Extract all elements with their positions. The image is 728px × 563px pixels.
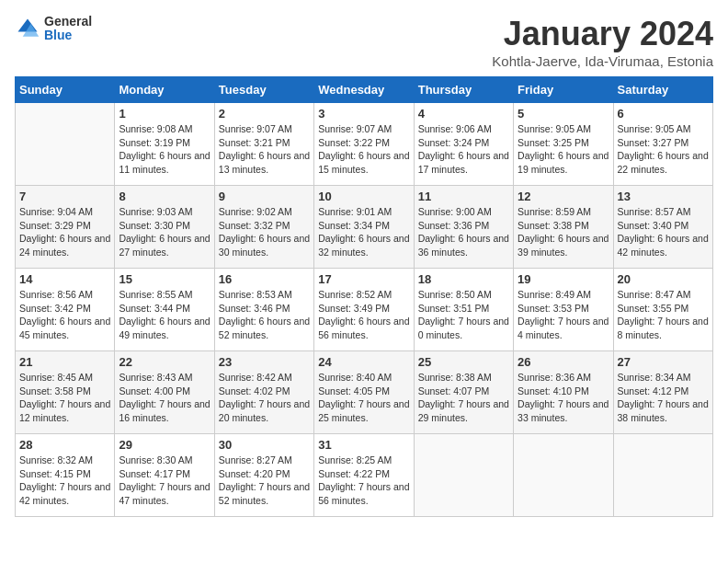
- day-info: Sunrise: 8:53 AMSunset: 3:46 PMDaylight:…: [219, 288, 310, 342]
- header-saturday: Saturday: [613, 77, 712, 103]
- day-number: 10: [318, 190, 409, 203]
- day-number: 27: [618, 355, 709, 369]
- table-row: 14Sunrise: 8:56 AMSunset: 3:42 PMDayligh…: [16, 269, 115, 351]
- day-info: Sunrise: 9:07 AMSunset: 3:21 PMDaylight:…: [219, 122, 310, 177]
- day-number: 18: [418, 272, 509, 286]
- day-info: Sunrise: 8:42 AMSunset: 4:02 PMDaylight:…: [219, 371, 310, 425]
- page-header: General Blue January 2024 Kohtla-Jaerve,…: [15, 15, 713, 69]
- day-info: Sunrise: 8:56 AMSunset: 3:42 PMDaylight:…: [19, 288, 110, 342]
- day-number: 15: [119, 272, 210, 286]
- table-row: 30Sunrise: 8:27 AMSunset: 4:20 PMDayligh…: [214, 434, 313, 517]
- day-info: Sunrise: 8:57 AMSunset: 3:40 PMDaylight:…: [618, 205, 709, 259]
- day-info: Sunrise: 9:05 AMSunset: 3:25 PMDaylight:…: [518, 122, 609, 177]
- day-number: 14: [19, 272, 110, 286]
- day-number: 1: [119, 107, 210, 121]
- day-number: 7: [19, 190, 110, 203]
- day-number: 6: [618, 107, 709, 121]
- logo-general: General: [44, 15, 92, 29]
- table-row: 20Sunrise: 8:47 AMSunset: 3:55 PMDayligh…: [613, 269, 712, 351]
- day-info: Sunrise: 8:38 AMSunset: 4:07 PMDaylight:…: [418, 371, 509, 425]
- table-row: 2Sunrise: 9:07 AMSunset: 3:21 PMDaylight…: [214, 103, 313, 186]
- calendar-week-row: 28Sunrise: 8:32 AMSunset: 4:15 PMDayligh…: [16, 434, 713, 517]
- day-info: Sunrise: 8:52 AMSunset: 3:49 PMDaylight:…: [318, 288, 409, 342]
- day-info: Sunrise: 9:00 AMSunset: 3:36 PMDaylight:…: [418, 205, 509, 259]
- day-info: Sunrise: 9:04 AMSunset: 3:29 PMDaylight:…: [19, 205, 110, 259]
- calendar-week-row: 21Sunrise: 8:45 AMSunset: 3:58 PMDayligh…: [16, 351, 713, 434]
- table-row: 6Sunrise: 9:05 AMSunset: 3:27 PMDaylight…: [613, 103, 712, 186]
- table-row: 18Sunrise: 8:50 AMSunset: 3:51 PMDayligh…: [414, 269, 513, 351]
- day-number: 2: [219, 107, 310, 121]
- header-sunday: Sunday: [16, 77, 115, 103]
- table-row: [414, 434, 513, 517]
- day-number: 9: [219, 190, 310, 203]
- day-info: Sunrise: 9:03 AMSunset: 3:30 PMDaylight:…: [119, 205, 210, 259]
- table-row: 25Sunrise: 8:38 AMSunset: 4:07 PMDayligh…: [414, 351, 513, 434]
- day-number: 19: [518, 272, 609, 286]
- day-info: Sunrise: 8:43 AMSunset: 4:00 PMDaylight:…: [119, 371, 210, 425]
- day-info: Sunrise: 9:05 AMSunset: 3:27 PMDaylight:…: [618, 122, 709, 177]
- day-number: 8: [119, 190, 210, 203]
- table-row: 31Sunrise: 8:25 AMSunset: 4:22 PMDayligh…: [314, 434, 414, 517]
- month-title: January 2024: [492, 15, 713, 53]
- title-block: January 2024 Kohtla-Jaerve, Ida-Virumaa,…: [492, 15, 713, 69]
- day-info: Sunrise: 8:32 AMSunset: 4:15 PMDaylight:…: [19, 454, 110, 508]
- table-row: 1Sunrise: 9:08 AMSunset: 3:19 PMDaylight…: [115, 103, 214, 186]
- day-number: 29: [119, 438, 210, 452]
- header-friday: Friday: [514, 77, 613, 103]
- table-row: 26Sunrise: 8:36 AMSunset: 4:10 PMDayligh…: [514, 351, 613, 434]
- day-number: 30: [219, 438, 310, 452]
- logo-icon: [15, 16, 40, 41]
- header-tuesday: Tuesday: [214, 77, 313, 103]
- day-number: 28: [19, 438, 110, 452]
- day-number: 12: [518, 190, 609, 203]
- logo-blue: Blue: [44, 29, 92, 42]
- day-info: Sunrise: 8:47 AMSunset: 3:55 PMDaylight:…: [618, 288, 709, 342]
- day-number: 17: [318, 272, 409, 286]
- table-row: 21Sunrise: 8:45 AMSunset: 3:58 PMDayligh…: [16, 351, 115, 434]
- day-info: Sunrise: 8:45 AMSunset: 3:58 PMDaylight:…: [19, 371, 110, 425]
- table-row: 27Sunrise: 8:34 AMSunset: 4:12 PMDayligh…: [613, 351, 712, 434]
- calendar-week-row: 7Sunrise: 9:04 AMSunset: 3:29 PMDaylight…: [16, 186, 713, 269]
- header-thursday: Thursday: [414, 77, 513, 103]
- day-number: 24: [318, 355, 409, 369]
- calendar: Sunday Monday Tuesday Wednesday Thursday…: [15, 76, 713, 517]
- calendar-week-row: 1Sunrise: 9:08 AMSunset: 3:19 PMDaylight…: [16, 103, 713, 186]
- day-number: 11: [418, 190, 509, 203]
- day-info: Sunrise: 9:06 AMSunset: 3:24 PMDaylight:…: [418, 122, 509, 177]
- day-number: 23: [219, 355, 310, 369]
- calendar-header-row: Sunday Monday Tuesday Wednesday Thursday…: [16, 77, 713, 103]
- table-row: 29Sunrise: 8:30 AMSunset: 4:17 PMDayligh…: [115, 434, 214, 517]
- day-info: Sunrise: 9:01 AMSunset: 3:34 PMDaylight:…: [318, 205, 409, 259]
- table-row: 24Sunrise: 8:40 AMSunset: 4:05 PMDayligh…: [314, 351, 414, 434]
- logo: General Blue: [15, 15, 92, 43]
- table-row: 22Sunrise: 8:43 AMSunset: 4:00 PMDayligh…: [115, 351, 214, 434]
- day-number: 16: [219, 272, 310, 286]
- day-info: Sunrise: 9:08 AMSunset: 3:19 PMDaylight:…: [119, 122, 210, 177]
- day-info: Sunrise: 8:36 AMSunset: 4:10 PMDaylight:…: [518, 371, 609, 425]
- day-info: Sunrise: 8:34 AMSunset: 4:12 PMDaylight:…: [618, 371, 709, 425]
- table-row: 11Sunrise: 9:00 AMSunset: 3:36 PMDayligh…: [414, 186, 513, 269]
- table-row: 4Sunrise: 9:06 AMSunset: 3:24 PMDaylight…: [414, 103, 513, 186]
- day-info: Sunrise: 8:50 AMSunset: 3:51 PMDaylight:…: [418, 288, 509, 342]
- day-number: 4: [418, 107, 509, 121]
- day-info: Sunrise: 8:49 AMSunset: 3:53 PMDaylight:…: [518, 288, 609, 342]
- header-monday: Monday: [115, 77, 214, 103]
- day-number: 20: [618, 272, 709, 286]
- day-info: Sunrise: 9:07 AMSunset: 3:22 PMDaylight:…: [318, 122, 409, 177]
- calendar-week-row: 14Sunrise: 8:56 AMSunset: 3:42 PMDayligh…: [16, 269, 713, 351]
- logo-text: General Blue: [44, 15, 92, 43]
- table-row: 12Sunrise: 8:59 AMSunset: 3:38 PMDayligh…: [514, 186, 613, 269]
- table-row: 16Sunrise: 8:53 AMSunset: 3:46 PMDayligh…: [214, 269, 313, 351]
- day-number: 13: [618, 190, 709, 203]
- day-number: 26: [518, 355, 609, 369]
- table-row: 10Sunrise: 9:01 AMSunset: 3:34 PMDayligh…: [314, 186, 414, 269]
- day-info: Sunrise: 8:27 AMSunset: 4:20 PMDaylight:…: [219, 454, 310, 508]
- table-row: 7Sunrise: 9:04 AMSunset: 3:29 PMDaylight…: [16, 186, 115, 269]
- day-number: 31: [318, 438, 409, 452]
- day-info: Sunrise: 9:02 AMSunset: 3:32 PMDaylight:…: [219, 205, 310, 259]
- table-row: [613, 434, 712, 517]
- table-row: 23Sunrise: 8:42 AMSunset: 4:02 PMDayligh…: [214, 351, 313, 434]
- table-row: 5Sunrise: 9:05 AMSunset: 3:25 PMDaylight…: [514, 103, 613, 186]
- table-row: 28Sunrise: 8:32 AMSunset: 4:15 PMDayligh…: [16, 434, 115, 517]
- day-info: Sunrise: 8:55 AMSunset: 3:44 PMDaylight:…: [119, 288, 210, 342]
